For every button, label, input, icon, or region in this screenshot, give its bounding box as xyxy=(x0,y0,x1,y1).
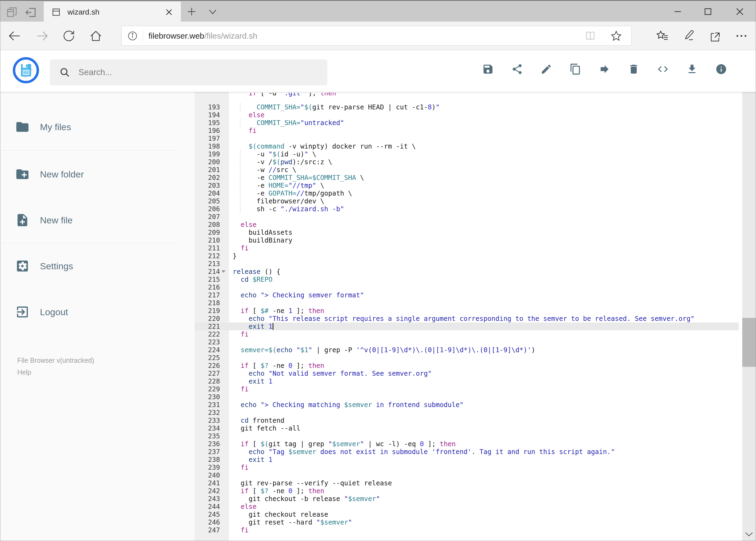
code-line[interactable]: 207 xyxy=(195,213,739,221)
sidebar-item-new-file[interactable]: New file xyxy=(15,212,73,228)
share-icon[interactable] xyxy=(708,29,722,43)
code-line[interactable]: 206 sh -c "./wizard.sh -b" xyxy=(195,205,739,213)
code-editor[interactable]: if [ -d ".git" ]; then193 COMMIT_SHA="$(… xyxy=(195,92,742,541)
code-line[interactable]: 215 cd $REPO xyxy=(195,275,739,283)
web-notes-pen-icon[interactable] xyxy=(682,29,696,43)
code-line[interactable]: 200 -v /$(pwd):/src:z \ xyxy=(195,158,739,166)
sidebar-item-logout[interactable]: Logout xyxy=(15,304,68,320)
code-line[interactable]: 227 echo "Not valid semver format. See s… xyxy=(195,369,739,377)
filebrowser-logo[interactable] xyxy=(12,57,39,84)
code-line[interactable]: 203 -e HOME="//tmp" \ xyxy=(195,182,739,189)
code-line[interactable]: 247 fi xyxy=(195,526,739,534)
code-line[interactable]: 223 xyxy=(195,338,739,346)
fold-marker-icon[interactable] xyxy=(222,270,225,273)
code-line[interactable]: 236 if [ $(git tag | grep "$semver" | wc… xyxy=(195,440,739,448)
code-line[interactable]: 229 fi xyxy=(195,385,739,393)
code-line[interactable]: 235 xyxy=(195,432,739,440)
code-line[interactable]: 214release () { xyxy=(195,268,739,275)
code-line[interactable]: 241 git rev-parse --verify --quiet relea… xyxy=(195,479,739,487)
home-icon[interactable] xyxy=(89,29,103,43)
code-line[interactable]: 243 git checkout -b release "$semver" xyxy=(195,495,739,503)
code-line[interactable]: 230 xyxy=(195,393,739,401)
hub-favorites-icon[interactable] xyxy=(655,29,669,43)
search-input[interactable] xyxy=(78,67,295,78)
sidebar-item-new-folder[interactable]: New folder xyxy=(15,166,84,182)
code-line[interactable]: 240 xyxy=(195,471,739,479)
code-line[interactable]: 198 $(command -v winpty) docker run --rm… xyxy=(195,142,739,150)
code-line[interactable]: 197 xyxy=(195,135,739,142)
code-line[interactable]: 228 exit 1 xyxy=(195,377,739,385)
more-ellipsis-icon[interactable] xyxy=(735,29,748,43)
maximize-button[interactable] xyxy=(698,5,717,18)
code-line[interactable]: 199 -u "$(id -u)" \ xyxy=(195,150,739,158)
code-line[interactable]: 224 semver=$(echo "$1" | grep -P '^v(0|[… xyxy=(195,346,739,354)
site-info-icon[interactable] xyxy=(127,31,138,41)
code-line[interactable]: 201 -w //src \ xyxy=(195,166,739,174)
tab-list-chevron-icon[interactable] xyxy=(207,8,218,16)
code-line[interactable]: if [ -d ".git" ]; then xyxy=(195,92,739,97)
help-link[interactable]: Help xyxy=(17,368,31,376)
sidebar-item-my-files[interactable]: My files xyxy=(15,119,71,135)
code-line[interactable]: 205 filebrowser/dev \ xyxy=(195,197,739,205)
code-line[interactable]: 242 if [ $? -ne 0 ]; then xyxy=(195,487,739,495)
code-line[interactable]: 246 git reset --hard "$semver" xyxy=(195,518,739,526)
code-line[interactable]: 210 buildBinary xyxy=(195,236,739,244)
code-line[interactable]: 196 fi xyxy=(195,127,739,135)
page-scrollbar[interactable] xyxy=(742,51,756,541)
code-line[interactable]: 232 xyxy=(195,409,739,416)
code-line[interactable]: 239 fi xyxy=(195,463,739,471)
share-button[interactable] xyxy=(511,63,523,75)
code-line[interactable]: 222 fi xyxy=(195,330,739,338)
edit-button[interactable] xyxy=(540,63,552,75)
tab-preview-icon[interactable] xyxy=(6,6,18,18)
code-line[interactable]: 234 git fetch --all xyxy=(195,424,739,432)
search-bar[interactable] xyxy=(50,59,327,85)
refresh-icon[interactable] xyxy=(62,29,76,43)
scrollbar-thumb[interactable] xyxy=(742,318,756,367)
save-button[interactable] xyxy=(482,63,494,75)
code-line[interactable]: 195 COMMIT_SHA="untracked" xyxy=(195,119,739,127)
scroll-down-icon[interactable] xyxy=(744,531,754,537)
code-line[interactable]: 193 COMMIT_SHA="$(git rev-parse HEAD | c… xyxy=(195,103,739,111)
favorite-star-icon[interactable] xyxy=(610,30,622,42)
code-line[interactable]: 219 if [ $# -ne 1 ]; then xyxy=(195,307,739,315)
close-window-button[interactable] xyxy=(730,5,749,18)
code-line[interactable]: 216 xyxy=(195,283,739,291)
code-line[interactable]: 194 else xyxy=(195,111,739,119)
code-line[interactable]: 231 echo "> Checking matching $semver in… xyxy=(195,401,739,409)
code-line[interactable]: 237 echo "Tag $semver does not exist in … xyxy=(195,448,739,456)
forward-icon[interactable] xyxy=(36,29,49,43)
code-line[interactable]: 208 else xyxy=(195,221,739,229)
copy-button[interactable] xyxy=(570,63,581,75)
sidebar-item-settings[interactable]: Settings xyxy=(15,258,73,274)
code-line[interactable]: 212} xyxy=(195,252,739,260)
code-line[interactable]: 220 echo "This release script requires a… xyxy=(195,315,739,322)
tab-close-icon[interactable] xyxy=(164,7,174,17)
minimize-button[interactable] xyxy=(668,5,687,18)
code-line[interactable]: 209 buildAssets xyxy=(195,229,739,236)
code-line[interactable]: 211 fi xyxy=(195,244,739,252)
back-icon[interactable] xyxy=(8,29,21,43)
move-button[interactable] xyxy=(599,63,611,75)
code-line[interactable]: 221 exit 1 xyxy=(195,322,739,330)
info-button[interactable] xyxy=(715,63,727,75)
url-bar[interactable]: filebrowser.web/files/wizard.sh xyxy=(122,26,631,46)
new-tab-button[interactable] xyxy=(186,6,197,18)
set-tabs-aside-icon[interactable] xyxy=(25,6,37,18)
code-line[interactable]: 244 else xyxy=(195,503,739,510)
code-line[interactable]: 213 xyxy=(195,260,739,268)
code-line[interactable]: 238 exit 1 xyxy=(195,456,739,463)
code-view-button[interactable] xyxy=(657,63,669,75)
download-button[interactable] xyxy=(686,63,698,75)
code-line[interactable]: 217 echo "> Checking semver format" xyxy=(195,291,739,299)
code-line[interactable]: 226 if [ $? -ne 0 ]; then xyxy=(195,362,739,369)
browser-tab[interactable]: wizard.sh xyxy=(44,2,181,22)
code-line[interactable]: 202 -e COMMIT_SHA=$COMMIT_SHA \ xyxy=(195,174,739,182)
code-line[interactable]: 233 cd frontend xyxy=(195,416,739,424)
code-line[interactable]: 218 xyxy=(195,299,739,307)
delete-button[interactable] xyxy=(628,63,640,75)
url-text[interactable]: filebrowser.web/files/wizard.sh xyxy=(148,31,584,41)
code-line[interactable]: 204 -e GOPATH=//tmp/gopath \ xyxy=(195,189,739,197)
code-line[interactable]: 245 git checkout release xyxy=(195,510,739,518)
code-line[interactable]: 225 xyxy=(195,354,739,362)
